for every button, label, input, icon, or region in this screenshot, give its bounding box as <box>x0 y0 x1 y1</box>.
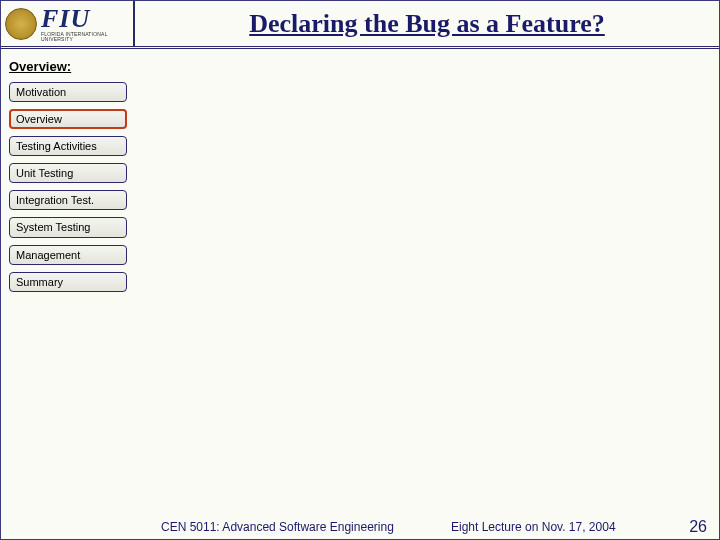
sidebar-item-integration-test[interactable]: Integration Test. <box>9 190 127 210</box>
logo-acronym: FIU <box>41 6 129 32</box>
logo-fullname: FLORIDA INTERNATIONAL UNIVERSITY <box>41 32 129 42</box>
sidebar-item-management[interactable]: Management <box>9 245 127 265</box>
footer-lecture: Eight Lecture on Nov. 17, 2004 <box>451 520 616 534</box>
sidebar-item-summary[interactable]: Summary <box>9 272 127 292</box>
sidebar-item-motivation[interactable]: Motivation <box>9 82 127 102</box>
body: Overview: Motivation Overview Testing Ac… <box>1 49 719 517</box>
header: FIU FLORIDA INTERNATIONAL UNIVERSITY Dec… <box>1 1 719 49</box>
content-area <box>135 49 719 517</box>
sidebar-item-testing-activities[interactable]: Testing Activities <box>9 136 127 156</box>
slide: FIU FLORIDA INTERNATIONAL UNIVERSITY Dec… <box>0 0 720 540</box>
logo-text-block: FIU FLORIDA INTERNATIONAL UNIVERSITY <box>41 6 129 42</box>
sidebar-nav: Motivation Overview Testing Activities U… <box>7 82 129 292</box>
sidebar-item-overview[interactable]: Overview <box>9 109 127 129</box>
footer-page-number: 26 <box>689 518 707 536</box>
sidebar-item-system-testing[interactable]: System Testing <box>9 217 127 237</box>
sidebar: Overview: Motivation Overview Testing Ac… <box>1 49 135 517</box>
slide-title: Declaring the Bug as a Feature? <box>249 9 605 39</box>
university-seal-icon <box>5 8 37 40</box>
footer-course: CEN 5011: Advanced Software Engineering <box>161 520 394 534</box>
logo-box: FIU FLORIDA INTERNATIONAL UNIVERSITY <box>1 1 135 46</box>
title-box: Declaring the Bug as a Feature? <box>135 1 719 46</box>
sidebar-item-unit-testing[interactable]: Unit Testing <box>9 163 127 183</box>
sidebar-section-label: Overview: <box>7 59 129 74</box>
footer: CEN 5011: Advanced Software Engineering … <box>1 515 719 539</box>
